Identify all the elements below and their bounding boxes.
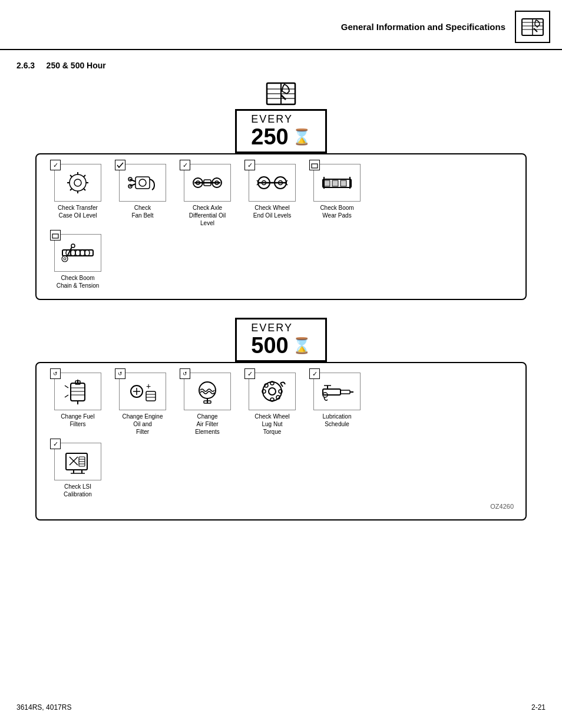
- item-label-lubrication-schedule: LubricationSchedule: [323, 413, 352, 428]
- check-badge-air-filter: ↺: [180, 368, 190, 379]
- item-lubrication-schedule: ✓ LubricationSchedule: [308, 373, 366, 436]
- svg-point-56: [75, 250, 80, 256]
- svg-rect-28: [135, 177, 150, 189]
- check-badge-wheel-lug: ✓: [244, 368, 255, 379]
- svg-point-60: [64, 258, 66, 260]
- item-check-axle-diff: ✓ Check AxleDifferential OilLevel: [178, 164, 237, 227]
- oz-label: OZ4260: [48, 503, 514, 510]
- svg-rect-45: [312, 164, 318, 168]
- item-icon-lubrication-schedule: ✓: [313, 373, 361, 410]
- section-number: 2.6.3: [16, 61, 35, 70]
- page-footer: 3614RS, 4017RS 2-21: [16, 703, 546, 711]
- svg-line-88: [280, 383, 283, 387]
- item-label-check-wheel-lug: Check WheelLug NutTorque: [254, 413, 289, 436]
- item-icon-change-fuel-filters: ↺: [54, 373, 101, 410]
- item-label-check-transfer-case: Check TransferCase Oil Level: [58, 204, 98, 219]
- item-label-check-wheel-end: Check WheelEnd Oil Levels: [253, 204, 291, 219]
- every-250-items-row: ✓: [48, 164, 514, 227]
- every-250-block: EVERY 250 ⌛ ✓: [35, 81, 527, 300]
- every-500-label: EVERY: [251, 322, 310, 334]
- check-badge-fuel-filters: ↺: [50, 368, 61, 379]
- svg-point-62: [71, 244, 75, 248]
- item-icon-check-fan-belt: [119, 164, 166, 202]
- svg-rect-49: [340, 180, 346, 186]
- every-250-badge: EVERY 250 ⌛: [235, 109, 326, 153]
- item-icon-check-axle-diff: ✓: [184, 164, 231, 202]
- svg-line-26: [84, 175, 85, 177]
- svg-line-17: [281, 95, 286, 100]
- item-check-wheel-lug: ✓: [243, 373, 302, 436]
- item-label-check-lsi: Check LSICalibration: [64, 483, 92, 498]
- page-header: General Information and Specifications: [0, 0, 562, 50]
- every-500-number: 500 ⌛: [251, 334, 310, 357]
- every-250-items-row-2: Check BoomChain & Tension: [48, 234, 514, 289]
- item-change-engine-oil: ↺ +: [113, 373, 172, 436]
- item-label-check-boom-chain: Check BoomChain & Tension: [57, 274, 100, 289]
- header-icon-box: [515, 11, 550, 43]
- svg-rect-90: [340, 390, 350, 394]
- item-label-change-engine-oil: Change EngineOil andFilter: [123, 413, 163, 436]
- footer-left: 3614RS, 4017RS: [16, 703, 71, 711]
- hourglass-500-icon: ⌛: [292, 338, 311, 353]
- svg-point-57: [80, 250, 85, 256]
- svg-point-81: [269, 388, 276, 395]
- svg-rect-48: [332, 180, 338, 186]
- svg-point-58: [85, 250, 90, 256]
- check-badge-boom-chain: [50, 230, 61, 241]
- every-250-items-box: ✓: [35, 153, 527, 300]
- svg-line-27: [70, 189, 72, 190]
- item-label-change-air-filter: ChangeAir FilterElements: [195, 413, 220, 436]
- item-label-check-axle-diff: Check AxleDifferential OilLevel: [189, 204, 226, 227]
- item-label-check-boom-wear: Check BoomWear Pads: [320, 204, 353, 219]
- footer-right: 2-21: [531, 703, 546, 711]
- svg-point-29: [139, 179, 146, 186]
- item-check-boom-chain: Check BoomChain & Tension: [48, 234, 107, 289]
- check-badge-boom-wear: [309, 160, 320, 170]
- header-title: General Information and Specifications: [341, 22, 505, 32]
- item-check-lsi: ✓: [48, 443, 107, 498]
- item-icon-check-lsi: ✓: [54, 443, 101, 480]
- item-check-wheel-end: ✓ Check WheelEnd O: [243, 164, 302, 227]
- item-label-check-fan-belt: CheckFan Belt: [131, 204, 153, 219]
- item-check-boom-wear: Check BoomWear Pads: [308, 164, 366, 227]
- svg-line-25: [84, 189, 85, 190]
- svg-rect-89: [323, 389, 340, 395]
- every-500-items-box: ↺: [35, 362, 527, 521]
- every-500-items-row: ↺: [48, 373, 514, 436]
- svg-point-19: [74, 179, 81, 186]
- hourglass-250-icon: ⌛: [292, 129, 311, 144]
- item-icon-check-wheel-end: ✓: [249, 164, 296, 202]
- every-250-number: 250 ⌛: [251, 126, 310, 148]
- item-check-transfer-case: ✓: [48, 164, 107, 227]
- main-content: EVERY 250 ⌛ ✓: [0, 81, 562, 521]
- svg-point-59: [62, 256, 68, 262]
- section-heading: 2.6.3 250 & 500 Hour: [0, 56, 562, 81]
- svg-point-55: [71, 250, 75, 256]
- item-icon-check-boom-chain: [54, 234, 101, 272]
- check-badge-axle-diff: ✓: [180, 160, 190, 170]
- check-badge-engine-oil: ↺: [115, 368, 125, 379]
- item-change-fuel-filters: ↺: [48, 373, 107, 436]
- item-icon-check-wheel-lug: ✓: [249, 373, 296, 410]
- svg-line-24: [70, 175, 72, 177]
- every-500-block: EVERY 500 ⌛ ↺: [35, 318, 527, 521]
- check-badge-transfer-case: ✓: [50, 160, 61, 170]
- svg-rect-63: [71, 383, 85, 401]
- check-badge-lubrication: ✓: [309, 368, 320, 379]
- every-500-badge: EVERY 500 ⌛: [235, 318, 326, 362]
- svg-rect-52: [52, 234, 58, 238]
- svg-rect-74: [146, 391, 156, 401]
- check-badge-lsi: ✓: [50, 439, 61, 449]
- svg-text:+: +: [146, 381, 151, 391]
- check-badge-fan-belt: [115, 160, 125, 170]
- item-icon-change-engine-oil: ↺ +: [119, 373, 166, 410]
- item-icon-check-boom-wear: [313, 164, 361, 202]
- every-500-items-row-2: ✓: [48, 443, 514, 498]
- svg-rect-47: [324, 180, 330, 186]
- check-badge-wheel-end: ✓: [244, 160, 255, 170]
- item-change-air-filter: ↺ ChangeAir FilterElements: [178, 373, 237, 436]
- item-label-change-fuel-filters: Change FuelFilters: [61, 413, 94, 428]
- every-250-top-icon: [263, 81, 299, 108]
- every-250-label: EVERY: [251, 113, 310, 126]
- item-icon-change-air-filter: ↺: [184, 373, 231, 410]
